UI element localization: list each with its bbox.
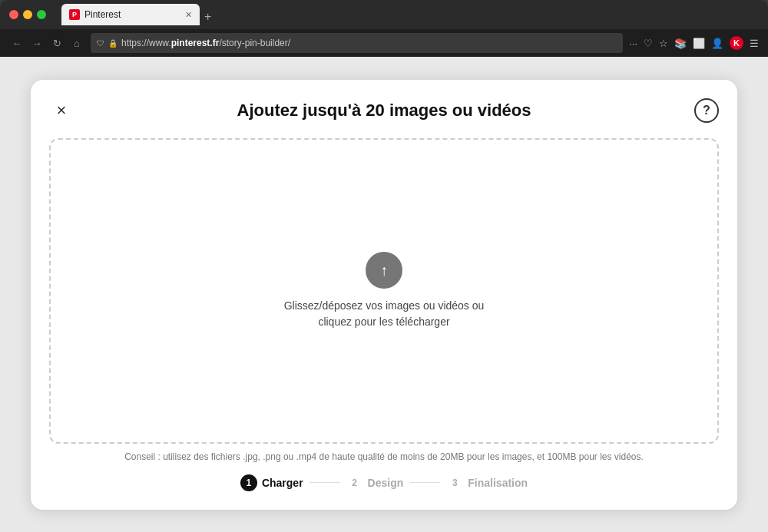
- tab-close-icon[interactable]: ✕: [185, 11, 192, 19]
- modal-footer: 1 Charger 2 Design 3 Finalisation: [49, 474, 719, 491]
- tabs-bar: P Pinterest ✕ +: [61, 4, 759, 25]
- step-2-label: Design: [368, 477, 404, 489]
- browser-chrome: P Pinterest ✕ + ← → ↻ ⌂ 🛡 🔒 https://www.…: [0, 0, 768, 57]
- address-bar: ← → ↻ ⌂ 🛡 🔒 https://www.pinterest.fr/sto…: [0, 29, 768, 57]
- step-3-label: Finalisation: [468, 477, 528, 489]
- modal-close-button[interactable]: ×: [49, 98, 74, 123]
- step-3: 3 Finalisation: [446, 474, 528, 491]
- minimize-traffic-light[interactable]: [23, 10, 32, 19]
- step-2: 2 Design: [346, 474, 404, 491]
- maximize-traffic-light[interactable]: [37, 10, 46, 19]
- bookmark-button[interactable]: ♡: [644, 38, 653, 49]
- upload-instruction: Glissez/déposez vos images ou vidéos ou …: [269, 298, 499, 330]
- step-1-label: Charger: [262, 477, 303, 489]
- step-divider-2: [409, 482, 440, 483]
- step-divider-1: [310, 482, 340, 483]
- step-2-number: 2: [346, 474, 363, 491]
- reading-list-button[interactable]: 📚: [674, 38, 687, 49]
- url-field[interactable]: 🛡 🔒 https://www.pinterest.fr/story-pin-b…: [91, 33, 623, 53]
- extensions-button[interactable]: ···: [629, 38, 637, 49]
- tab-favicon: P: [69, 9, 80, 20]
- back-button[interactable]: ←: [9, 35, 25, 51]
- menu-button[interactable]: ☰: [750, 38, 759, 49]
- reload-button[interactable]: ↻: [49, 35, 65, 51]
- home-button[interactable]: ⌂: [69, 35, 84, 51]
- shield-icon: 🛡: [97, 39, 104, 48]
- nav-buttons: ← → ↻ ⌂: [9, 35, 84, 51]
- lock-icon: 🔒: [108, 39, 118, 48]
- tab-title: Pinterest: [84, 9, 180, 20]
- tablet-button[interactable]: ⬜: [693, 38, 705, 49]
- modal-help-button[interactable]: ?: [694, 98, 719, 123]
- modal-header: × Ajoutez jusqu'à 20 images ou vidéos ?: [49, 98, 719, 123]
- step-1: 1 Charger: [240, 474, 303, 491]
- traffic-lights: [9, 10, 46, 19]
- step-3-number: 3: [446, 474, 463, 491]
- new-tab-button[interactable]: +: [201, 10, 214, 24]
- page-content: × Ajoutez jusqu'à 20 images ou vidéos ? …: [0, 57, 768, 532]
- modal-container: × Ajoutez jusqu'à 20 images ou vidéos ? …: [31, 80, 737, 510]
- url-text: https://www.pinterest.fr/story-pin-build…: [121, 38, 290, 48]
- active-tab[interactable]: P Pinterest ✕: [61, 4, 200, 25]
- upload-tip: Conseil : utilisez des fichiers .jpg, .p…: [49, 451, 719, 462]
- upload-arrow-icon: ↑: [380, 263, 388, 278]
- upload-zone[interactable]: ↑ Glissez/déposez vos images ou vidéos o…: [49, 138, 719, 444]
- upload-icon-circle: ↑: [366, 252, 402, 289]
- browser-actions: ··· ♡ ☆ 📚 ⬜ 👤 K ☰: [629, 36, 759, 50]
- profile-button[interactable]: 👤: [711, 38, 723, 49]
- step-1-number: 1: [240, 474, 257, 491]
- modal-title: Ajoutez jusqu'à 20 images ou vidéos: [74, 101, 694, 121]
- forward-button[interactable]: →: [29, 35, 45, 51]
- close-traffic-light[interactable]: [9, 10, 18, 19]
- star-button[interactable]: ☆: [659, 38, 668, 49]
- profile-initial[interactable]: K: [730, 36, 743, 50]
- title-bar: P Pinterest ✕ +: [0, 0, 768, 29]
